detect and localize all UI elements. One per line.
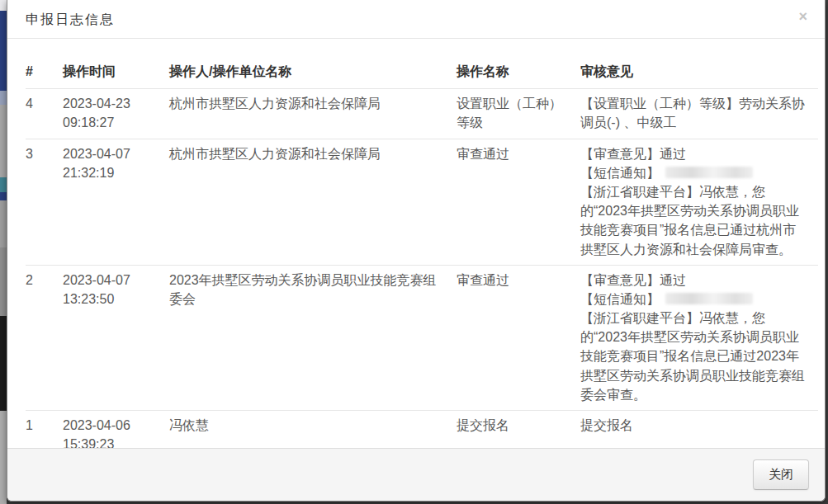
cell-opinion: 【审查意见】通过【短信通知】【浙江省职建平台】冯依慧，您的“2023年拱墅区劳动… (580, 139, 818, 265)
opinion-line: 【浙江省职建平台】冯依慧，您的“2023年拱墅区劳动关系协调员职业技能竞赛项目”… (580, 182, 808, 259)
log-table: # 操作时间 操作人/操作单位名称 操作名称 审核意见 42023-04-23 … (26, 55, 818, 448)
cell-operator: 杭州市拱墅区人力资源和社会保障局 (169, 89, 457, 139)
close-icon[interactable]: × (798, 9, 807, 24)
background-block (0, 192, 7, 200)
opinion-line: 【审查意见】通过 (580, 271, 808, 290)
cell-operator: 杭州市拱墅区人力资源和社会保障局 (169, 139, 457, 265)
col-header-operator: 操作人/操作单位名称 (169, 55, 457, 89)
col-header-opinion: 审核意见 (580, 55, 818, 89)
opinion-line: 【短信通知】 (580, 290, 808, 309)
background-block (0, 177, 7, 192)
background-block (0, 11, 7, 91)
opinion-line: 【设置职业（工种）等级】劳动关系协调员(-) 、中级工 (580, 94, 808, 132)
cell-opinion: 提交报名 (580, 411, 818, 449)
cell-index: 4 (26, 89, 63, 139)
redacted-sms-content (665, 167, 753, 178)
cell-opinion: 【审查意见】通过【短信通知】【浙江省职建平台】冯依慧，您的“2023年拱墅区劳动… (580, 265, 818, 410)
table-row: 32023-04-07 21:32:19杭州市拱墅区人力资源和社会保障局审查通过… (26, 139, 818, 265)
close-button[interactable]: 关闭 (753, 459, 809, 490)
cell-operation: 审查通过 (457, 265, 580, 410)
cell-time: 2023-04-07 13:23:50 (63, 265, 169, 410)
modal-header: 申报日志信息 × (7, 0, 825, 39)
col-header-index: # (26, 55, 63, 89)
cell-operation: 提交报名 (457, 411, 580, 449)
cell-index: 3 (26, 139, 63, 265)
cell-operator: 冯依慧 (169, 411, 457, 449)
modal-footer: 关闭 (7, 448, 825, 501)
cell-time: 2023-04-23 09:18:27 (63, 89, 169, 139)
cell-index: 2 (26, 265, 63, 410)
cell-operation: 审查通过 (457, 139, 580, 265)
table-header-row: # 操作时间 操作人/操作单位名称 操作名称 审核意见 (26, 55, 818, 89)
background-block (0, 316, 7, 411)
background-block (0, 411, 7, 504)
declaration-log-modal: 申报日志信息 × # 操作时间 操作人/操作单位名称 操作名称 审核意见 420… (7, 0, 826, 502)
table-row: 12023-04-06 15:39:23冯依慧提交报名提交报名 (26, 411, 818, 449)
background-block (0, 200, 7, 247)
table-row: 42023-04-23 09:18:27杭州市拱墅区人力资源和社会保障局设置职业… (26, 89, 818, 139)
modal-title: 申报日志信息 (7, 0, 115, 39)
background-page-strip (0, 0, 7, 504)
opinion-line: 提交报名 (580, 416, 808, 435)
redacted-sms-content (665, 293, 753, 304)
opinion-line: 【短信通知】 (580, 163, 808, 182)
table-row: 22023-04-07 13:23:502023年拱墅区劳动关系协调员职业技能竞… (26, 265, 818, 410)
modal-body: # 操作时间 操作人/操作单位名称 操作名称 审核意见 42023-04-23 … (7, 39, 825, 448)
background-block (0, 0, 7, 11)
cell-operator: 2023年拱墅区劳动关系协调员职业技能竞赛组委会 (169, 265, 457, 410)
background-block (0, 91, 7, 105)
cell-time: 2023-04-07 21:32:19 (63, 139, 169, 265)
cell-time: 2023-04-06 15:39:23 (63, 411, 169, 449)
opinion-line: 【审查意见】通过 (580, 144, 808, 163)
background-block (0, 105, 7, 177)
cell-index: 1 (26, 411, 63, 449)
col-header-operation: 操作名称 (457, 55, 580, 89)
opinion-line: 【浙江省职建平台】冯依慧，您的“2023年拱墅区劳动关系协调员职业技能竞赛项目”… (580, 309, 808, 404)
cell-opinion: 【设置职业（工种）等级】劳动关系协调员(-) 、中级工 (580, 89, 818, 139)
col-header-time: 操作时间 (63, 55, 169, 89)
background-block (0, 247, 7, 316)
cell-operation: 设置职业（工种）等级 (457, 89, 580, 139)
